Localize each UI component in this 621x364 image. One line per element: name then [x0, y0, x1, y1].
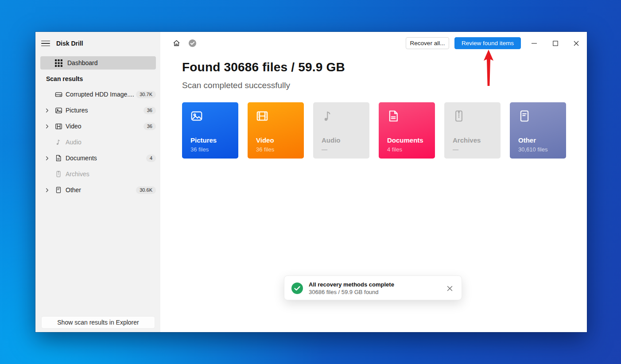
card-label: Documents	[387, 136, 423, 144]
sidebar-item-label: Pictures	[66, 107, 144, 114]
sidebar-item-label: Dashboard	[67, 59, 98, 66]
other-icon	[518, 109, 532, 124]
scan-complete-icon[interactable]	[188, 39, 197, 47]
app-title: Disk Drill	[56, 40, 83, 47]
sidebar-header: Disk Drill	[35, 38, 160, 49]
sidebar-item-dashboard[interactable]: Dashboard	[40, 56, 156, 70]
sidebar-item-corrupted-hdd-image[interactable]: Corrupted HDD Image.... 30.7K	[35, 86, 160, 102]
sidebar-item-label: Corrupted HDD Image....	[66, 91, 136, 98]
success-check-icon	[291, 283, 303, 294]
card-count: —	[453, 146, 458, 153]
card-count: 4 files	[387, 146, 402, 153]
sidebar-item-documents[interactable]: Documents 4	[35, 150, 160, 166]
card-count: —	[322, 146, 327, 153]
count-badge: 36	[144, 107, 156, 114]
card-audio: Audio —	[313, 102, 369, 159]
card-label: Video	[256, 136, 274, 144]
audio-icon	[54, 138, 63, 147]
drive-icon	[54, 90, 63, 99]
page-title: Found 30686 files / 59.9 GB	[182, 60, 345, 74]
category-cards: Pictures 36 files Video 36 files	[182, 102, 566, 159]
card-label: Audio	[322, 136, 341, 144]
review-found-items-button[interactable]: Review found items	[454, 37, 521, 49]
close-button[interactable]	[570, 38, 583, 49]
count-badge: 4	[146, 155, 156, 162]
card-documents[interactable]: Documents 4 files	[379, 102, 435, 159]
pictures-icon	[190, 109, 204, 124]
recover-all-button[interactable]: Recover all...	[406, 37, 449, 49]
video-icon	[256, 109, 270, 124]
sidebar-item-other[interactable]: Other 30.6K	[35, 182, 160, 198]
video-icon	[54, 122, 63, 131]
archives-icon	[54, 170, 63, 178]
count-badge: 30.7K	[136, 91, 156, 98]
card-pictures[interactable]: Pictures 36 files	[182, 102, 238, 159]
count-badge: 36	[144, 123, 156, 130]
sidebar-item-audio: Audio	[35, 134, 160, 150]
show-scan-results-button[interactable]: Show scan results in Explorer	[41, 316, 155, 329]
toast-subtitle: 30686 files / 59.9 GB found	[309, 289, 379, 295]
scan-results-header: Scan results	[46, 75, 83, 82]
other-icon	[54, 186, 63, 194]
card-count: 36 files	[190, 146, 209, 153]
card-other[interactable]: Other 30,610 files	[510, 102, 566, 159]
chevron-right-icon[interactable]	[43, 186, 50, 194]
page-subtitle: Scan completed successfully	[182, 81, 290, 90]
card-archives: Archives —	[444, 102, 501, 159]
card-video[interactable]: Video 36 files	[248, 102, 304, 159]
chevron-right-icon[interactable]	[43, 155, 50, 162]
sidebar-item-archives: Archives	[35, 166, 160, 182]
sidebar-item-video[interactable]: Video 36	[35, 118, 160, 134]
hamburger-menu-icon[interactable]	[41, 39, 50, 48]
sidebar-item-label: Video	[66, 123, 144, 130]
card-label: Pictures	[190, 136, 217, 144]
count-badge: 30.6K	[136, 186, 156, 194]
red-arrow-annotation	[479, 49, 498, 87]
chevron-right-icon[interactable]	[43, 107, 50, 114]
documents-icon	[387, 109, 401, 124]
sidebar-item-pictures[interactable]: Pictures 36	[35, 102, 160, 118]
chevron-right-icon[interactable]	[43, 123, 50, 130]
audio-icon	[321, 109, 335, 124]
card-label: Other	[518, 136, 536, 144]
app-window: Disk Drill Dashboard Scan results	[35, 32, 587, 332]
card-count: 30,610 files	[518, 146, 548, 153]
sidebar: Disk Drill Dashboard Scan results	[35, 32, 160, 332]
toast-close-icon[interactable]	[446, 283, 456, 293]
pictures-icon	[54, 106, 63, 115]
main-panel: Recover all... Review found items Found …	[160, 32, 587, 332]
card-count: 36 files	[256, 146, 274, 153]
archives-icon	[452, 109, 466, 124]
maximize-button[interactable]	[549, 38, 562, 49]
dashboard-grid-icon	[55, 59, 62, 67]
sidebar-item-label: Audio	[66, 139, 156, 146]
sidebar-item-label: Other	[66, 186, 136, 194]
desktop-background: Disk Drill Dashboard Scan results	[0, 0, 621, 364]
home-icon[interactable]	[172, 39, 181, 47]
sidebar-scan-list: Corrupted HDD Image.... 30.7K	[35, 86, 160, 198]
card-label: Archives	[453, 136, 481, 144]
documents-icon	[54, 154, 63, 163]
minimize-button[interactable]	[528, 38, 541, 49]
toast-title: All recovery methods complete	[309, 281, 394, 288]
toast-notification: All recovery methods complete 30686 file…	[284, 275, 462, 300]
sidebar-item-label: Documents	[66, 155, 146, 162]
sidebar-item-label: Archives	[66, 170, 156, 178]
